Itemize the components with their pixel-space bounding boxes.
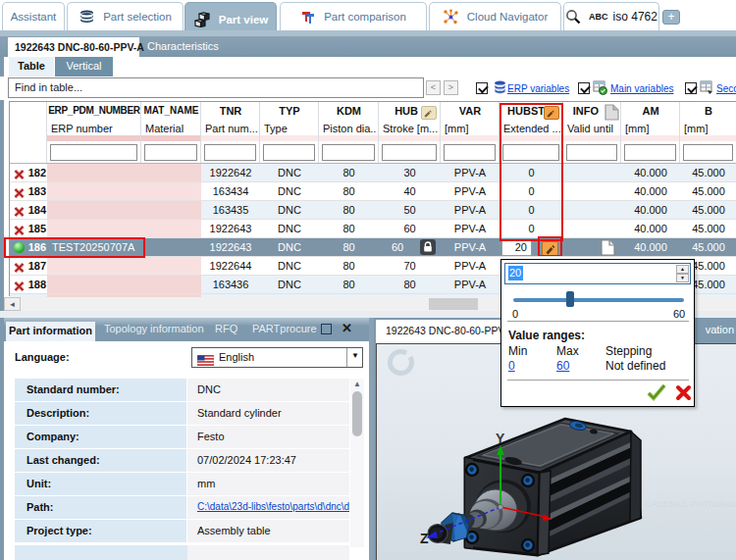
svg-text:Y: Y — [496, 431, 505, 446]
svg-text:Z: Z — [420, 531, 429, 546]
svg-text:CADENAS PARTsolutions: CADENAS PARTsolutions — [645, 499, 736, 509]
svg-text:eCATALOG viewer: eCATALOG viewer — [645, 510, 718, 520]
